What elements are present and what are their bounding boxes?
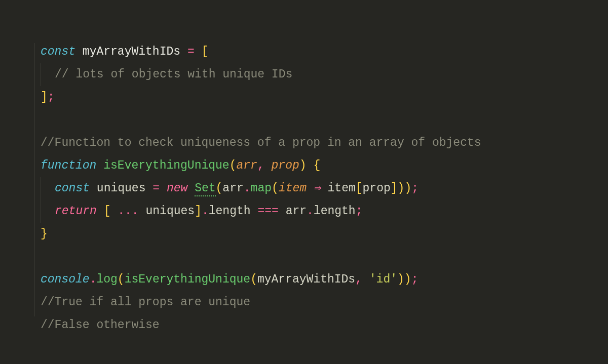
- keyword-return: return: [55, 205, 97, 218]
- property: length: [209, 205, 251, 218]
- class-set: Set: [195, 182, 215, 196]
- dot: .: [202, 205, 209, 218]
- semicolon: ;: [411, 182, 419, 195]
- identifier: uniques: [146, 205, 195, 218]
- brace-close: }: [41, 227, 48, 240]
- semicolon: ;: [411, 273, 419, 286]
- operator-eqeq: ===: [257, 205, 278, 218]
- param: arr: [237, 159, 257, 172]
- function-call: isEverythingUnique: [125, 273, 250, 286]
- paren-close: ): [404, 273, 411, 286]
- keyword-function: function: [41, 159, 96, 172]
- paren-close: ): [299, 159, 307, 172]
- method: log: [96, 273, 117, 286]
- identifier: uniques: [97, 182, 146, 195]
- blank-line: [41, 109, 608, 132]
- operator-eq: =: [187, 45, 195, 58]
- function-name: isEverythingUnique: [103, 159, 229, 172]
- semicolon: ;: [48, 91, 55, 104]
- paren-close: ): [398, 182, 405, 195]
- param: prop: [272, 159, 299, 172]
- param: item: [279, 182, 307, 195]
- arrow: ⇒: [314, 182, 321, 195]
- operator-eq: =: [153, 182, 160, 195]
- code-line: return [ ... uniques].length === arr.len…: [41, 200, 608, 223]
- dot: .: [90, 273, 97, 286]
- gutter-line: [34, 43, 35, 316]
- bracket-open: [: [356, 182, 363, 195]
- bracket-open: [: [202, 45, 209, 58]
- identifier: arr: [222, 182, 243, 195]
- brace-open: {: [313, 159, 320, 172]
- comment: // lots of objects with unique IDs: [55, 68, 292, 81]
- dot: .: [307, 205, 314, 218]
- identifier: item: [328, 182, 356, 195]
- identifier: myArrayWithIDs: [83, 45, 180, 58]
- identifier: myArrayWithIDs: [257, 273, 355, 286]
- code-line: function isEverythingUnique(arr, prop) {: [41, 154, 608, 177]
- code-line: ];: [41, 86, 608, 109]
- comma: ,: [257, 159, 264, 172]
- code-line: }: [41, 223, 608, 246]
- paren-open: (: [230, 159, 237, 172]
- comma: ,: [355, 273, 362, 286]
- code-line: //Function to check uniqueness of a prop…: [41, 132, 608, 154]
- method: map: [251, 182, 272, 195]
- paren-open: (: [118, 273, 125, 286]
- paren-close: ): [404, 182, 411, 195]
- code-line: const myArrayWithIDs = [: [41, 41, 608, 63]
- code-line: const uniques = new Set(arr.map(item ⇒ i…: [41, 177, 608, 200]
- spread: ...: [118, 205, 138, 218]
- keyword-const: const: [41, 45, 75, 58]
- keyword-const: const: [55, 182, 90, 195]
- comment: //True if all props are unique: [41, 296, 250, 309]
- bracket-close: ]: [391, 182, 398, 195]
- keyword-new: new: [167, 182, 187, 195]
- object-console: console: [41, 273, 90, 286]
- bracket-close: ]: [41, 91, 48, 104]
- code-line: console.log(isEverythingUnique(myArrayWi…: [41, 268, 608, 291]
- code-line: //False otherwise: [41, 314, 608, 337]
- comment: //Function to check uniqueness of a prop…: [41, 136, 481, 149]
- identifier: arr: [286, 205, 307, 218]
- blank-line: [41, 246, 608, 268]
- dot: .: [244, 182, 251, 195]
- code-line: //True if all props are unique: [41, 291, 608, 314]
- paren-close: ): [397, 273, 404, 286]
- property: length: [314, 205, 356, 218]
- bracket-open: [: [104, 205, 111, 218]
- identifier: prop: [363, 182, 391, 195]
- paren-open: (: [250, 273, 257, 286]
- string-literal: 'id': [369, 273, 397, 286]
- bracket-close: ]: [195, 205, 202, 218]
- comment: //False otherwise: [41, 318, 160, 332]
- code-line: // lots of objects with unique IDs: [41, 63, 608, 86]
- code-editor: const myArrayWithIDs = [ // lots of obje…: [0, 0, 608, 337]
- semicolon: ;: [356, 205, 363, 218]
- paren-open: (: [216, 182, 223, 195]
- paren-open: (: [272, 182, 279, 195]
